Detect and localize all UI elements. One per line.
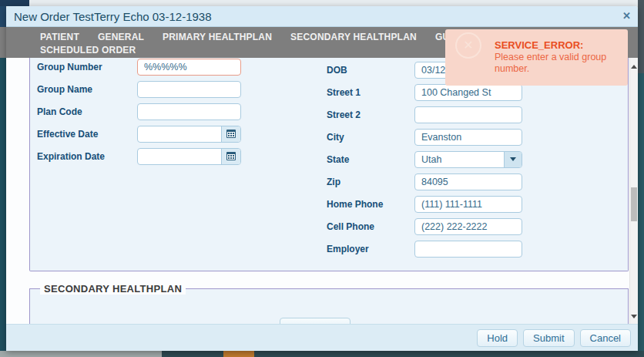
zip-input[interactable] (414, 173, 522, 190)
dialog-footer: Hold Submit Cancel (6, 324, 638, 351)
form-row-street2: Street 2 (327, 106, 522, 123)
zip-label: Zip (327, 177, 414, 187)
state-select[interactable]: Utah (414, 151, 522, 168)
dob-label: DOB (327, 65, 414, 76)
background-bottom-edge-accent (223, 351, 254, 357)
employer-label: Employer (327, 244, 414, 254)
submit-button[interactable]: Submit (523, 329, 574, 347)
tab-secondary-healthplan[interactable]: SECONDARY HEALTHPLAN (290, 31, 417, 44)
group-name-label: Group Name (37, 84, 137, 95)
triangle-up-icon (631, 65, 637, 69)
form-row-group-name: Group Name (37, 80, 241, 98)
cancel-button[interactable]: Cancel (580, 329, 631, 347)
screen: New Order TestTerry Echo 03-12-1938 ✕ PA… (0, 0, 644, 357)
form-row-zip: Zip (327, 173, 522, 190)
background-left-edge-gray (0, 27, 6, 58)
hold-button[interactable]: Hold (477, 329, 518, 347)
state-label: State (327, 154, 414, 165)
toast-title: SERVICE_ERROR: (495, 39, 583, 51)
service-error-toast: ✕ SERVICE_ERROR: Please enter a valid gr… (445, 29, 628, 86)
calendar-icon (226, 152, 236, 160)
dialog-titlebar: New Order TestTerry Echo 03-12-1938 ✕ (6, 6, 638, 27)
secondary-healthplan-section-title: SECONDARY HEALTHPLAN (40, 283, 186, 295)
background-top-left-corner (0, 0, 29, 6)
dialog-title: New Order TestTerry Echo 03-12-1938 (14, 10, 212, 23)
expiration-date-input[interactable] (138, 149, 221, 164)
form-scroll-area: Group Number Group Name Plan Code Effect… (6, 58, 638, 324)
effective-date-group (137, 126, 241, 143)
street1-label: Street 1 (327, 87, 414, 98)
effective-date-input[interactable] (138, 126, 221, 142)
street2-label: Street 2 (327, 109, 414, 120)
vertical-scrollbar[interactable] (629, 58, 638, 324)
scrollbar-thumb[interactable] (631, 187, 637, 221)
state-select-arrow-button[interactable] (504, 152, 522, 167)
background-bottom-edge-left (0, 351, 162, 357)
tab-primary-healthplan[interactable]: PRIMARY HEALTHPLAN (163, 31, 272, 44)
tab-patient[interactable]: PATIENT (40, 31, 79, 44)
group-number-label: Group Number (37, 62, 137, 72)
form-row-home-phone: Home Phone (327, 195, 522, 213)
background-right-edge-top (638, 0, 644, 73)
form-row-group-number: Group Number (37, 58, 241, 76)
employer-input[interactable] (414, 241, 522, 258)
group-name-input[interactable] (137, 81, 241, 98)
expiration-date-picker-button[interactable] (221, 149, 240, 164)
toast-message: Please enter a valid group number. (495, 52, 627, 75)
street1-input[interactable] (414, 84, 522, 101)
scroll-down-button[interactable] (630, 312, 638, 321)
expiration-date-label: Expiration Date (37, 151, 137, 162)
effective-date-label: Effective Date (37, 129, 137, 140)
home-phone-input[interactable] (414, 196, 522, 213)
form-row-city: City (327, 128, 522, 146)
effective-date-picker-button[interactable] (221, 126, 240, 142)
form-row-state: State Utah (327, 150, 522, 168)
form-row-street1: Street 1 (327, 83, 522, 101)
calendar-icon (226, 130, 236, 138)
triangle-down-icon (631, 315, 637, 318)
group-number-input[interactable] (137, 59, 241, 76)
form-row-expiration-date: Expiration Date (37, 147, 241, 165)
plan-code-input[interactable] (137, 103, 241, 120)
cell-phone-label: Cell Phone (327, 221, 414, 232)
close-icon[interactable]: ✕ (622, 10, 631, 22)
form-row-employer: Employer (327, 240, 522, 258)
tab-scheduled-order[interactable]: SCHEDULED ORDER (40, 44, 136, 57)
form-row-plan-code: Plan Code (37, 103, 241, 120)
form-row-effective-date: Effective Date (37, 125, 241, 143)
plan-code-label: Plan Code (37, 106, 137, 117)
chevron-down-icon (510, 157, 516, 161)
form-row-cell-phone: Cell Phone (327, 217, 522, 235)
scroll-up-button[interactable] (630, 62, 638, 71)
tab-general[interactable]: GENERAL (98, 31, 144, 44)
city-label: City (327, 132, 414, 143)
street2-input[interactable] (414, 106, 522, 123)
city-input[interactable] (414, 129, 522, 146)
partially-visible-button[interactable] (280, 318, 351, 324)
state-select-value: Utah (415, 152, 504, 167)
x-circle-icon: ✕ (455, 32, 481, 59)
expiration-date-group (137, 148, 241, 165)
cell-phone-input[interactable] (414, 218, 522, 235)
home-phone-label: Home Phone (327, 199, 414, 210)
background-left-edge-top (0, 6, 6, 27)
